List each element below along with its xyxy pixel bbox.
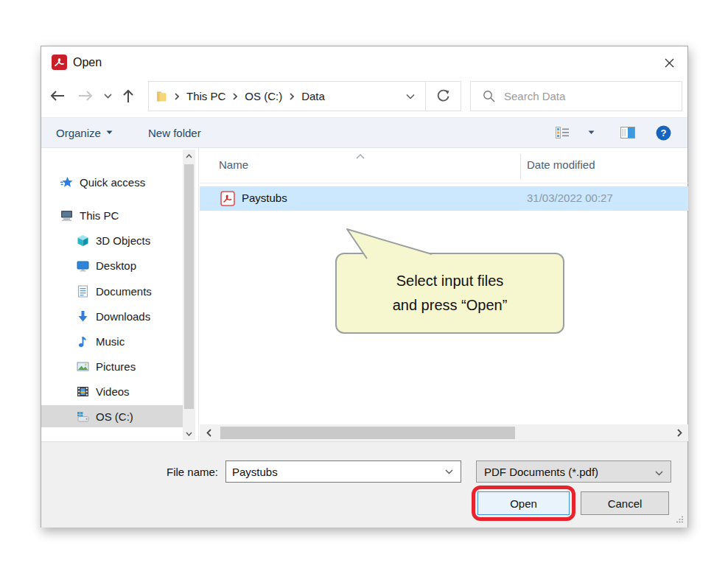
forward-arrow-icon[interactable] (75, 85, 96, 107)
chevron-down-icon (655, 466, 663, 478)
organize-label: Organize (56, 127, 101, 139)
sort-ascending-icon (356, 149, 365, 161)
pictures-icon (77, 360, 89, 373)
sidebar-item-3d-objects[interactable]: 3D Objects (41, 229, 183, 251)
close-icon[interactable] (659, 53, 679, 72)
callout-line-2: and press “Open” (393, 293, 508, 318)
list-view-icon (556, 127, 570, 139)
chevron-down-icon[interactable] (438, 469, 461, 474)
quick-access-star-icon (60, 176, 73, 189)
sidebar-item-quick-access[interactable]: Quick access (41, 171, 183, 193)
refresh-icon[interactable] (425, 82, 461, 111)
sidebar-item-documents[interactable]: Documents (41, 280, 183, 302)
resize-grip[interactable] (675, 515, 684, 524)
address-bar[interactable]: This PC OS (C:) Data (148, 81, 461, 111)
documents-icon (77, 285, 89, 298)
horizontal-scrollbar[interactable] (200, 424, 688, 441)
this-pc-icon (60, 209, 73, 222)
file-name-combobox[interactable] (225, 460, 461, 483)
caret-down-icon (106, 130, 113, 135)
svg-text:?: ? (661, 127, 667, 139)
sidebar-scrollbar[interactable] (183, 150, 195, 440)
file-name-input[interactable] (226, 466, 438, 478)
search-input[interactable] (504, 82, 682, 111)
sidebar-item-label: Downloads (96, 310, 150, 323)
sidebar-item-label: OS (C:) (96, 410, 133, 423)
title-bar: Open (41, 46, 687, 79)
music-icon (77, 335, 89, 348)
navigation-row: This PC OS (C:) Data (41, 79, 687, 116)
dialog-footer: File name: PDF Documents (*.pdf) Open Ca… (41, 441, 687, 528)
sidebar-item-label: Documents (96, 285, 152, 298)
open-button[interactable]: Open (477, 491, 570, 515)
sidebar-item-label: 3D Objects (96, 234, 150, 247)
column-divider[interactable] (520, 154, 521, 179)
sidebar-item-downloads[interactable]: Downloads (41, 305, 183, 327)
file-name-label: File name: (115, 466, 218, 478)
change-view-button[interactable] (556, 118, 570, 147)
breadcrumb-separator-icon (228, 93, 242, 100)
back-arrow-icon[interactable] (47, 85, 68, 107)
column-header-name[interactable]: Name (219, 158, 248, 171)
file-date-modified: 31/03/2022 00:27 (527, 192, 613, 204)
scroll-left-icon[interactable] (201, 424, 216, 441)
sidebar-scrollbar-thumb[interactable] (184, 164, 194, 409)
cancel-button[interactable]: Cancel (581, 491, 669, 515)
navigation-sidebar: Quick access This PC (41, 148, 199, 441)
command-toolbar: Organize New folder (41, 117, 687, 148)
new-folder-label: New folder (148, 127, 201, 139)
desktop-icon (77, 259, 89, 272)
callout-line-1: Select input files (396, 269, 504, 293)
folder-icon (156, 91, 170, 102)
file-list-header: Name Date modified (200, 148, 688, 183)
3d-objects-icon (77, 234, 89, 247)
horizontal-scrollbar-thumb[interactable] (220, 427, 515, 439)
help-icon[interactable]: ? (656, 118, 671, 147)
sidebar-item-label: Quick access (80, 176, 145, 189)
file-row-paystubs[interactable]: Paystubs 31/03/2022 00:27 (200, 186, 688, 211)
file-type-select[interactable]: PDF Documents (*.pdf) (476, 460, 671, 483)
videos-icon (77, 385, 89, 398)
address-dropdown-chevron-icon[interactable] (396, 82, 425, 111)
adobe-acrobat-icon (52, 55, 67, 70)
os-c-drive-icon (77, 410, 89, 423)
dialog-title: Open (73, 46, 102, 79)
sidebar-item-pictures[interactable]: Pictures (41, 355, 183, 377)
sidebar-item-label: Pictures (96, 360, 136, 373)
breadcrumb-os-c[interactable]: OS (C:) (242, 90, 285, 102)
scroll-right-icon[interactable] (672, 424, 687, 441)
downloads-icon (77, 310, 89, 323)
screenshot-page: Open (0, 0, 728, 571)
open-button-label: Open (510, 497, 537, 510)
recent-locations-chevron-icon[interactable] (100, 85, 115, 107)
sidebar-item-music[interactable]: Music (41, 330, 183, 352)
preview-pane-icon[interactable] (620, 118, 635, 147)
up-arrow-icon[interactable] (118, 85, 139, 107)
callout-bubble: Select input files and press “Open” (335, 253, 564, 334)
sidebar-item-desktop[interactable]: Desktop (41, 254, 183, 276)
scroll-up-icon[interactable] (183, 150, 195, 162)
breadcrumb-data[interactable]: Data (298, 90, 328, 102)
breadcrumb-separator-icon (170, 93, 183, 100)
open-file-dialog: Open (41, 46, 688, 528)
organize-button[interactable]: Organize (56, 118, 113, 147)
sidebar-item-label: Music (96, 335, 125, 348)
breadcrumb-separator-icon (285, 93, 298, 100)
scroll-down-icon[interactable] (183, 427, 195, 440)
file-type-value: PDF Documents (*.pdf) (484, 466, 598, 478)
pdf-file-icon (220, 191, 235, 209)
search-box[interactable] (470, 81, 682, 111)
sidebar-item-os-c[interactable]: OS (C:) (41, 405, 183, 427)
column-header-date-modified[interactable]: Date modified (527, 158, 595, 171)
file-name: Paystubs (242, 192, 287, 204)
view-options-caret-icon[interactable] (588, 118, 595, 147)
sidebar-item-this-pc[interactable]: This PC (41, 204, 183, 226)
sidebar-item-label: Desktop (96, 259, 136, 272)
cancel-button-label: Cancel (608, 497, 643, 510)
sidebar-item-label: Videos (96, 385, 130, 398)
sidebar-item-videos[interactable]: Videos (41, 380, 183, 402)
sidebar-item-label: This PC (80, 209, 119, 222)
new-folder-button[interactable]: New folder (148, 118, 201, 147)
breadcrumb-this-pc[interactable]: This PC (183, 90, 228, 102)
search-icon (471, 90, 504, 102)
